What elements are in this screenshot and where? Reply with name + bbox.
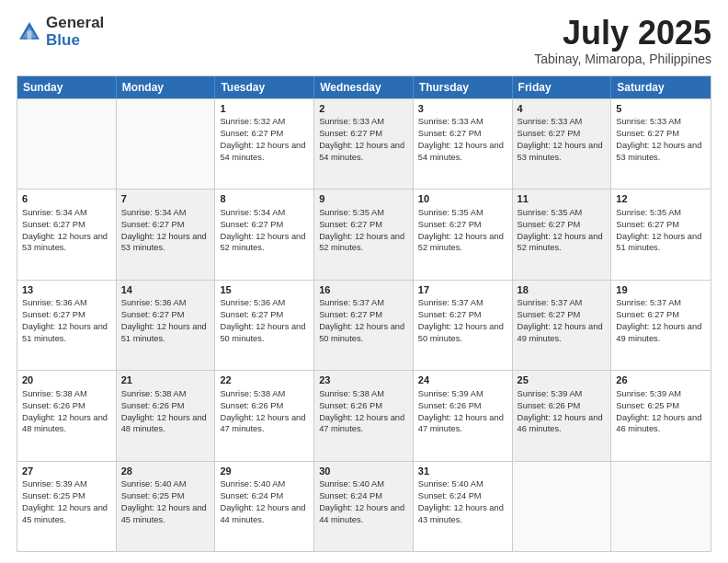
day-number: 3: [418, 102, 507, 116]
cal-cell-18: 18Sunrise: 5:37 AM Sunset: 6:27 PM Dayli…: [513, 281, 612, 370]
calendar-body: 1Sunrise: 5:32 AM Sunset: 6:27 PM Daylig…: [17, 98, 711, 551]
day-number: 30: [319, 465, 408, 478]
logo-general: General: [46, 15, 104, 32]
page: General Blue July 2025 Tabinay, Mimaropa…: [0, 0, 728, 563]
day-number: 5: [616, 102, 706, 116]
cal-cell-6: 6Sunrise: 5:34 AM Sunset: 6:27 PM Daylig…: [17, 190, 117, 279]
day-number: 31: [418, 465, 507, 478]
header: General Blue July 2025 Tabinay, Mimaropa…: [17, 15, 711, 66]
cell-info: Sunrise: 5:39 AM Sunset: 6:26 PM Dayligh…: [418, 389, 504, 433]
day-number: 14: [121, 283, 210, 297]
calendar-week-4: 20Sunrise: 5:38 AM Sunset: 6:26 PM Dayli…: [17, 370, 711, 460]
cell-info: Sunrise: 5:35 AM Sunset: 6:27 PM Dayligh…: [518, 208, 603, 252]
cell-info: Sunrise: 5:38 AM Sunset: 6:26 PM Dayligh…: [220, 389, 305, 433]
day-number: 23: [319, 373, 408, 387]
cal-cell-21: 21Sunrise: 5:38 AM Sunset: 6:26 PM Dayli…: [117, 371, 216, 460]
svg-rect-2: [28, 30, 32, 39]
logo: General Blue: [17, 15, 104, 49]
cell-info: Sunrise: 5:36 AM Sunset: 6:27 PM Dayligh…: [220, 298, 305, 342]
cell-info: Sunrise: 5:32 AM Sunset: 6:27 PM Dayligh…: [220, 117, 305, 161]
cell-info: Sunrise: 5:38 AM Sunset: 6:26 PM Dayligh…: [319, 389, 404, 433]
day-number: 20: [22, 373, 111, 387]
calendar-week-3: 13Sunrise: 5:36 AM Sunset: 6:27 PM Dayli…: [17, 280, 711, 370]
calendar-week-1: 1Sunrise: 5:32 AM Sunset: 6:27 PM Daylig…: [17, 98, 711, 189]
cell-info: Sunrise: 5:36 AM Sunset: 6:27 PM Dayligh…: [121, 298, 207, 342]
cal-cell-9: 9Sunrise: 5:35 AM Sunset: 6:27 PM Daylig…: [314, 190, 414, 279]
calendar: SundayMondayTuesdayWednesdayThursdayFrid…: [17, 75, 711, 552]
logo-icon: [17, 19, 42, 45]
logo-blue: Blue: [46, 32, 104, 50]
title-section: July 2025 Tabinay, Mimaropa, Philippines: [534, 15, 711, 66]
cal-cell-5: 5Sunrise: 5:33 AM Sunset: 6:27 PM Daylig…: [611, 99, 711, 189]
day-number: 29: [220, 465, 309, 478]
cal-cell-19: 19Sunrise: 5:37 AM Sunset: 6:27 PM Dayli…: [611, 281, 711, 370]
header-day-monday: Monday: [117, 76, 216, 98]
day-number: 13: [22, 283, 111, 297]
day-number: 17: [418, 283, 507, 297]
cell-info: Sunrise: 5:34 AM Sunset: 6:27 PM Dayligh…: [22, 208, 108, 252]
cell-info: Sunrise: 5:38 AM Sunset: 6:26 PM Dayligh…: [121, 389, 207, 433]
cal-cell-23: 23Sunrise: 5:38 AM Sunset: 6:26 PM Dayli…: [314, 371, 414, 460]
cell-info: Sunrise: 5:39 AM Sunset: 6:26 PM Dayligh…: [518, 389, 603, 433]
cell-info: Sunrise: 5:37 AM Sunset: 6:27 PM Dayligh…: [319, 298, 404, 342]
cal-cell-22: 22Sunrise: 5:38 AM Sunset: 6:26 PM Dayli…: [215, 371, 314, 460]
cal-cell-empty-0-0: [17, 99, 117, 189]
cell-info: Sunrise: 5:35 AM Sunset: 6:27 PM Dayligh…: [319, 208, 404, 252]
day-number: 16: [319, 283, 408, 297]
day-number: 24: [418, 373, 507, 387]
cal-cell-16: 16Sunrise: 5:37 AM Sunset: 6:27 PM Dayli…: [314, 281, 414, 370]
cal-cell-3: 3Sunrise: 5:33 AM Sunset: 6:27 PM Daylig…: [414, 99, 513, 189]
cal-cell-15: 15Sunrise: 5:36 AM Sunset: 6:27 PM Dayli…: [215, 281, 314, 370]
cell-info: Sunrise: 5:33 AM Sunset: 6:27 PM Dayligh…: [616, 117, 701, 161]
cal-cell-12: 12Sunrise: 5:35 AM Sunset: 6:27 PM Dayli…: [611, 190, 711, 279]
cal-cell-empty-4-6: [611, 462, 711, 551]
day-number: 6: [22, 192, 111, 206]
calendar-header-row: SundayMondayTuesdayWednesdayThursdayFrid…: [17, 76, 711, 98]
day-number: 21: [121, 373, 210, 387]
cal-cell-1: 1Sunrise: 5:32 AM Sunset: 6:27 PM Daylig…: [215, 99, 314, 189]
day-number: 2: [319, 102, 408, 116]
cell-info: Sunrise: 5:35 AM Sunset: 6:27 PM Dayligh…: [616, 208, 701, 252]
day-number: 7: [121, 192, 210, 206]
cell-info: Sunrise: 5:36 AM Sunset: 6:27 PM Dayligh…: [22, 298, 108, 342]
cell-info: Sunrise: 5:33 AM Sunset: 6:27 PM Dayligh…: [319, 117, 404, 161]
cal-cell-26: 26Sunrise: 5:39 AM Sunset: 6:25 PM Dayli…: [611, 371, 711, 460]
cell-info: Sunrise: 5:40 AM Sunset: 6:24 PM Dayligh…: [220, 479, 305, 523]
cell-info: Sunrise: 5:38 AM Sunset: 6:26 PM Dayligh…: [22, 389, 108, 433]
day-number: 28: [121, 465, 210, 478]
calendar-week-5: 27Sunrise: 5:39 AM Sunset: 6:25 PM Dayli…: [17, 461, 711, 551]
cell-info: Sunrise: 5:37 AM Sunset: 6:27 PM Dayligh…: [616, 298, 701, 342]
header-day-tuesday: Tuesday: [215, 76, 314, 98]
cal-cell-13: 13Sunrise: 5:36 AM Sunset: 6:27 PM Dayli…: [17, 281, 117, 370]
cell-info: Sunrise: 5:37 AM Sunset: 6:27 PM Dayligh…: [418, 298, 504, 342]
cal-cell-11: 11Sunrise: 5:35 AM Sunset: 6:27 PM Dayli…: [513, 190, 612, 279]
day-number: 25: [518, 373, 607, 387]
main-title: July 2025: [534, 15, 711, 52]
cell-info: Sunrise: 5:34 AM Sunset: 6:27 PM Dayligh…: [121, 208, 207, 252]
cal-cell-25: 25Sunrise: 5:39 AM Sunset: 6:26 PM Dayli…: [513, 371, 612, 460]
calendar-week-2: 6Sunrise: 5:34 AM Sunset: 6:27 PM Daylig…: [17, 189, 711, 279]
cal-cell-2: 2Sunrise: 5:33 AM Sunset: 6:27 PM Daylig…: [314, 99, 414, 189]
cal-cell-29: 29Sunrise: 5:40 AM Sunset: 6:24 PM Dayli…: [215, 462, 314, 551]
header-day-thursday: Thursday: [414, 76, 513, 98]
cell-info: Sunrise: 5:35 AM Sunset: 6:27 PM Dayligh…: [418, 208, 504, 252]
cal-cell-empty-4-5: [513, 462, 612, 551]
cell-info: Sunrise: 5:33 AM Sunset: 6:27 PM Dayligh…: [518, 117, 603, 161]
cal-cell-20: 20Sunrise: 5:38 AM Sunset: 6:26 PM Dayli…: [17, 371, 117, 460]
cal-cell-17: 17Sunrise: 5:37 AM Sunset: 6:27 PM Dayli…: [414, 281, 513, 370]
cell-info: Sunrise: 5:37 AM Sunset: 6:27 PM Dayligh…: [518, 298, 603, 342]
logo-text: General Blue: [46, 15, 104, 49]
day-number: 27: [22, 465, 111, 478]
cell-info: Sunrise: 5:33 AM Sunset: 6:27 PM Dayligh…: [418, 117, 504, 161]
day-number: 12: [616, 192, 706, 206]
header-day-friday: Friday: [513, 76, 612, 98]
day-number: 1: [220, 102, 309, 116]
cell-info: Sunrise: 5:40 AM Sunset: 6:24 PM Dayligh…: [418, 479, 504, 523]
day-number: 18: [518, 283, 607, 297]
cal-cell-8: 8Sunrise: 5:34 AM Sunset: 6:27 PM Daylig…: [215, 190, 314, 279]
cell-info: Sunrise: 5:40 AM Sunset: 6:25 PM Dayligh…: [121, 479, 207, 523]
day-number: 15: [220, 283, 309, 297]
header-day-sunday: Sunday: [17, 76, 117, 98]
cell-info: Sunrise: 5:39 AM Sunset: 6:25 PM Dayligh…: [616, 389, 701, 433]
day-number: 4: [518, 102, 607, 116]
